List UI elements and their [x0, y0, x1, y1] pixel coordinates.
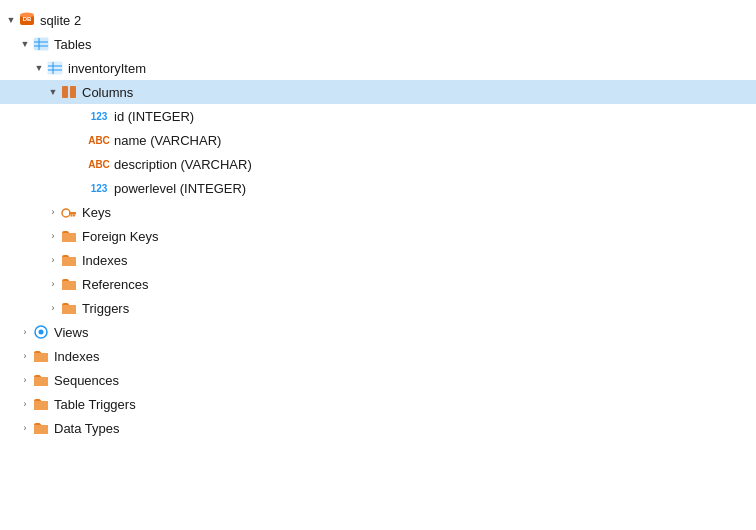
- chevron-foreign-keys[interactable]: ›: [46, 229, 60, 243]
- sequences-label: Sequences: [54, 373, 119, 388]
- folder-icon-data-types: [32, 419, 50, 437]
- foreign-keys-label: Foreign Keys: [82, 229, 159, 244]
- svg-rect-7: [48, 62, 62, 74]
- chevron-views[interactable]: ›: [18, 325, 32, 339]
- columns-label: Columns: [82, 85, 133, 100]
- folder-icon-sequences: [32, 371, 50, 389]
- tree-item-col-name[interactable]: ABC name (VARCHAR): [0, 128, 756, 152]
- tree-item-col-description[interactable]: ABC description (VARCHAR): [0, 152, 756, 176]
- triggers-table-label: Triggers: [82, 301, 129, 316]
- chevron-data-types[interactable]: ›: [18, 421, 32, 435]
- tables-label: Tables: [54, 37, 92, 52]
- tree-item-triggers-table[interactable]: › Triggers: [0, 296, 756, 320]
- table-icon: [46, 59, 64, 77]
- chevron-sequences[interactable]: ›: [18, 373, 32, 387]
- tree-item-inventoryitem[interactable]: ▼ inventoryItem: [0, 56, 756, 80]
- svg-rect-15: [73, 215, 75, 217]
- tree-item-col-id[interactable]: 123 id (INTEGER): [0, 104, 756, 128]
- chevron-columns[interactable]: ▼: [46, 85, 60, 99]
- sqlite2-label: sqlite 2: [40, 13, 81, 28]
- keys-icon: [60, 203, 78, 221]
- svg-rect-16: [71, 215, 73, 217]
- tree-item-views[interactable]: › Views: [0, 320, 756, 344]
- chevron-triggers-table[interactable]: ›: [46, 301, 60, 315]
- tree-item-tables[interactable]: ▼ Tables: [0, 32, 756, 56]
- svg-text:DB: DB: [23, 16, 32, 22]
- col-str-icon-description: ABC: [88, 155, 110, 173]
- tables-icon: [32, 35, 50, 53]
- tree-item-keys[interactable]: › Keys: [0, 200, 756, 224]
- chevron-inventoryitem[interactable]: ▼: [32, 61, 46, 75]
- chevron-sqlite2[interactable]: ▼: [4, 13, 18, 27]
- chevron-tables[interactable]: ▼: [18, 37, 32, 51]
- db-icon: DB: [18, 11, 36, 29]
- svg-rect-11: [62, 86, 68, 98]
- svg-point-13: [62, 209, 70, 217]
- tree-item-col-powerlevel[interactable]: 123 powerlevel (INTEGER): [0, 176, 756, 200]
- table-triggers-label: Table Triggers: [54, 397, 136, 412]
- tree-item-sqlite2[interactable]: ▼ DB sqlite 2: [0, 8, 756, 32]
- tree-item-references[interactable]: › References: [0, 272, 756, 296]
- indexes-root-label: Indexes: [54, 349, 100, 364]
- tree-item-table-triggers[interactable]: › Table Triggers: [0, 392, 756, 416]
- database-tree: ▼ DB sqlite 2 ▼ Tables ▼: [0, 0, 756, 448]
- folder-icon-indexes-root: [32, 347, 50, 365]
- svg-rect-14: [69, 212, 76, 215]
- columns-icon: [60, 83, 78, 101]
- data-types-label: Data Types: [54, 421, 120, 436]
- chevron-indexes-table[interactable]: ›: [46, 253, 60, 267]
- tree-item-indexes-root[interactable]: › Indexes: [0, 344, 756, 368]
- chevron-references[interactable]: ›: [46, 277, 60, 291]
- tree-item-data-types[interactable]: › Data Types: [0, 416, 756, 440]
- tree-item-sequences[interactable]: › Sequences: [0, 368, 756, 392]
- col-int-icon-powerlevel: 123: [88, 179, 110, 197]
- col-name-label: name (VARCHAR): [114, 133, 221, 148]
- indexes-table-label: Indexes: [82, 253, 128, 268]
- chevron-table-triggers[interactable]: ›: [18, 397, 32, 411]
- tree-item-foreign-keys[interactable]: › Foreign Keys: [0, 224, 756, 248]
- col-powerlevel-label: powerlevel (INTEGER): [114, 181, 246, 196]
- folder-icon-foreign-keys: [60, 227, 78, 245]
- folder-icon-triggers-table: [60, 299, 78, 317]
- chevron-indexes-root[interactable]: ›: [18, 349, 32, 363]
- col-id-label: id (INTEGER): [114, 109, 194, 124]
- col-str-icon-name: ABC: [88, 131, 110, 149]
- views-label: Views: [54, 325, 88, 340]
- svg-rect-12: [70, 86, 76, 98]
- tree-item-indexes-table[interactable]: › Indexes: [0, 248, 756, 272]
- inventoryitem-label: inventoryItem: [68, 61, 146, 76]
- col-int-icon-id: 123: [88, 107, 110, 125]
- keys-label: Keys: [82, 205, 111, 220]
- views-icon: [32, 323, 50, 341]
- svg-rect-3: [34, 38, 48, 50]
- folder-icon-table-triggers: [32, 395, 50, 413]
- svg-point-18: [39, 330, 44, 335]
- references-label: References: [82, 277, 148, 292]
- tree-item-columns[interactable]: ▼ Columns: [0, 80, 756, 104]
- folder-icon-indexes-table: [60, 251, 78, 269]
- col-description-label: description (VARCHAR): [114, 157, 252, 172]
- folder-icon-references: [60, 275, 78, 293]
- chevron-keys[interactable]: ›: [46, 205, 60, 219]
